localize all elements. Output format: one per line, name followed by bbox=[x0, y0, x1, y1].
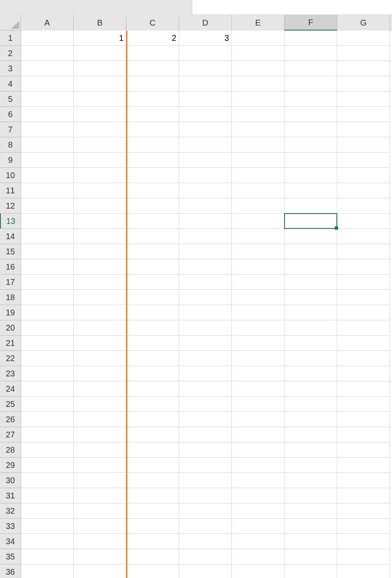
cell-e24[interactable] bbox=[232, 381, 285, 397]
cell-e2[interactable] bbox=[232, 46, 285, 61]
cell-a6[interactable] bbox=[21, 107, 74, 122]
cell-c1[interactable]: 2 bbox=[126, 31, 179, 46]
row-header-8[interactable]: 8 bbox=[0, 137, 21, 153]
cell-c17[interactable] bbox=[126, 275, 179, 290]
row-header-17[interactable]: 17 bbox=[0, 275, 21, 290]
cell-d32[interactable] bbox=[179, 503, 232, 519]
cell-e6[interactable] bbox=[232, 107, 285, 122]
row-header-36[interactable]: 36 bbox=[0, 564, 21, 578]
cell-c23[interactable] bbox=[126, 366, 179, 381]
cell-e33[interactable] bbox=[232, 519, 285, 534]
cell-d19[interactable] bbox=[179, 305, 232, 320]
cell-c14[interactable] bbox=[126, 229, 179, 244]
cell-g14[interactable] bbox=[337, 229, 390, 244]
cell-a13[interactable] bbox=[21, 214, 74, 229]
cell-b33[interactable] bbox=[74, 519, 126, 534]
cell-e3[interactable] bbox=[232, 61, 285, 76]
cell-c30[interactable] bbox=[126, 473, 179, 488]
row-header-19[interactable]: 19 bbox=[0, 305, 21, 320]
cell-c22[interactable] bbox=[126, 351, 179, 366]
row-header-13[interactable]: 13 bbox=[0, 214, 21, 229]
cell-f6[interactable] bbox=[285, 107, 337, 122]
cell-g8[interactable] bbox=[337, 137, 390, 153]
cell-g20[interactable] bbox=[337, 320, 390, 336]
cell-c9[interactable] bbox=[126, 153, 179, 168]
cell-b16[interactable] bbox=[74, 259, 126, 275]
cell-f33[interactable] bbox=[285, 519, 337, 534]
cell-d4[interactable] bbox=[179, 76, 232, 92]
cell-b34[interactable] bbox=[74, 534, 126, 549]
cell-b19[interactable] bbox=[74, 305, 126, 320]
cell-e21[interactable] bbox=[232, 336, 285, 351]
cell-a14[interactable] bbox=[21, 229, 74, 244]
cell-f25[interactable] bbox=[285, 397, 337, 412]
cell-b6[interactable] bbox=[74, 107, 126, 122]
cell-f24[interactable] bbox=[285, 381, 337, 397]
cell-e20[interactable] bbox=[232, 320, 285, 336]
cell-f13[interactable] bbox=[285, 214, 337, 229]
cell-a11[interactable] bbox=[21, 183, 74, 198]
cell-f30[interactable] bbox=[285, 473, 337, 488]
cell-d17[interactable] bbox=[179, 275, 232, 290]
cell-f1[interactable] bbox=[285, 31, 337, 46]
cell-c19[interactable] bbox=[126, 305, 179, 320]
cell-e5[interactable] bbox=[232, 92, 285, 107]
cell-g35[interactable] bbox=[337, 549, 390, 564]
cell-f10[interactable] bbox=[285, 168, 337, 183]
cell-c18[interactable] bbox=[126, 290, 179, 305]
row-header-28[interactable]: 28 bbox=[0, 442, 21, 458]
cell-e16[interactable] bbox=[232, 259, 285, 275]
cell-c25[interactable] bbox=[126, 397, 179, 412]
row-header-25[interactable]: 25 bbox=[0, 397, 21, 412]
cell-a8[interactable] bbox=[21, 137, 74, 153]
cell-e29[interactable] bbox=[232, 458, 285, 473]
cell-d29[interactable] bbox=[179, 458, 232, 473]
select-all-corner[interactable] bbox=[0, 15, 21, 31]
cell-a32[interactable] bbox=[21, 503, 74, 519]
cell-f32[interactable] bbox=[285, 503, 337, 519]
cell-f2[interactable] bbox=[285, 46, 337, 61]
cell-b18[interactable] bbox=[74, 290, 126, 305]
cell-g6[interactable] bbox=[337, 107, 390, 122]
cell-g36[interactable] bbox=[337, 564, 390, 578]
cell-g2[interactable] bbox=[337, 46, 390, 61]
cell-b12[interactable] bbox=[74, 198, 126, 214]
row-header-23[interactable]: 23 bbox=[0, 366, 21, 381]
cell-c27[interactable] bbox=[126, 427, 179, 442]
row-header-10[interactable]: 10 bbox=[0, 168, 21, 183]
row-header-34[interactable]: 34 bbox=[0, 534, 21, 549]
cell-b11[interactable] bbox=[74, 183, 126, 198]
cell-c21[interactable] bbox=[126, 336, 179, 351]
cell-a26[interactable] bbox=[21, 412, 74, 427]
cell-d21[interactable] bbox=[179, 336, 232, 351]
cell-a28[interactable] bbox=[21, 442, 74, 458]
cell-b35[interactable] bbox=[74, 549, 126, 564]
cell-f5[interactable] bbox=[285, 92, 337, 107]
cell-d15[interactable] bbox=[179, 244, 232, 259]
cell-a18[interactable] bbox=[21, 290, 74, 305]
cell-a4[interactable] bbox=[21, 76, 74, 92]
cell-d6[interactable] bbox=[179, 107, 232, 122]
cell-d23[interactable] bbox=[179, 366, 232, 381]
column-header-f[interactable]: F bbox=[285, 15, 337, 31]
cell-c13[interactable] bbox=[126, 214, 179, 229]
cell-a15[interactable] bbox=[21, 244, 74, 259]
cell-f4[interactable] bbox=[285, 76, 337, 92]
cell-e9[interactable] bbox=[232, 153, 285, 168]
cell-b36[interactable] bbox=[74, 564, 126, 578]
cell-a24[interactable] bbox=[21, 381, 74, 397]
cell-a34[interactable] bbox=[21, 534, 74, 549]
cell-e31[interactable] bbox=[232, 488, 285, 503]
column-header-d[interactable]: D bbox=[179, 15, 232, 31]
cell-b32[interactable] bbox=[74, 503, 126, 519]
cell-a12[interactable] bbox=[21, 198, 74, 214]
cell-g24[interactable] bbox=[337, 381, 390, 397]
cell-c8[interactable] bbox=[126, 137, 179, 153]
cell-f36[interactable] bbox=[285, 564, 337, 578]
cell-a22[interactable] bbox=[21, 351, 74, 366]
cell-c32[interactable] bbox=[126, 503, 179, 519]
cell-e4[interactable] bbox=[232, 76, 285, 92]
cell-g25[interactable] bbox=[337, 397, 390, 412]
cell-d10[interactable] bbox=[179, 168, 232, 183]
cell-b28[interactable] bbox=[74, 442, 126, 458]
